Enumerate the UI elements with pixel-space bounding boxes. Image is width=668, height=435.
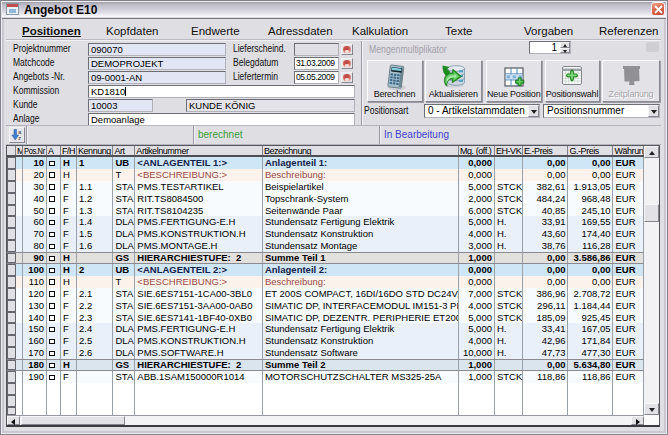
svg-text:z: z: [18, 135, 21, 141]
svg-text:a: a: [18, 129, 22, 135]
